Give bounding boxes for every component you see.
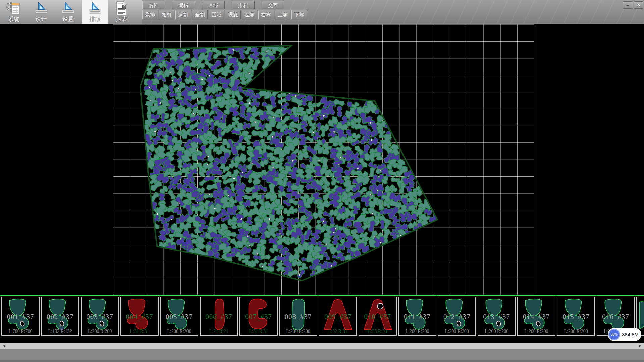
tool-region[interactable]: 区域	[209, 10, 224, 19]
part-thumbnail-11[interactable]: 011_#37L:200 R:200	[398, 297, 436, 336]
part-lr-count-label: L:700 R:700	[2, 329, 39, 334]
part-thumbnail-5[interactable]: 005_#37L:200 R:200	[160, 297, 198, 336]
part-id-label: 002_#37	[42, 313, 78, 321]
part-lr-count-label: L:200 R:200	[161, 329, 198, 334]
part-id-label: 016_#37	[597, 313, 634, 321]
part-id-label: 009_#37	[319, 313, 356, 321]
progress-circle: 38%	[608, 329, 620, 340]
nav-item-system[interactable]: 系统	[0, 0, 28, 24]
part-id-label: 011_#37	[399, 313, 436, 321]
settings-icon	[60, 1, 76, 17]
part-id-label: 003_#37	[82, 313, 118, 321]
nav-item-label: 设置	[55, 15, 82, 23]
horizontal-scrollbar[interactable]: < >	[0, 343, 644, 349]
nav-item-label: 报表	[108, 15, 135, 23]
tab-region[interactable]: 区域	[202, 1, 225, 9]
nav-item-label: 排版	[82, 15, 108, 23]
part-id-label: 013_#37	[478, 313, 515, 321]
tab-properties[interactable]: 属性	[142, 1, 165, 9]
tool-defect[interactable]: 瑕疵	[225, 10, 241, 19]
memory-usage-badge[interactable]: 38% 384.8M	[608, 328, 641, 341]
part-thumbnail-14[interactable]: 014_#37L:200 R:200	[517, 297, 555, 336]
part-thumbnail-1[interactable]: 001_#37L:700 R:700	[1, 297, 40, 336]
part-lr-count-label: L:200 R:200	[478, 329, 515, 334]
part-thumbnail-7[interactable]: 007_#37L:31 R:31	[239, 297, 278, 336]
tool-cut-all[interactable]: 全割	[192, 10, 208, 19]
close-button[interactable]: ×	[634, 1, 643, 9]
tool-align-left[interactable]: 左靠	[241, 10, 257, 19]
nesting-icon	[87, 1, 103, 17]
part-thumbnail-3[interactable]: 003_#37L:200 R:200	[81, 297, 119, 336]
report-icon	[114, 1, 129, 17]
part-thumbnail-9[interactable]: 009_#37L:32 R:31	[319, 297, 357, 336]
part-lr-count-label: L:200 R:200	[557, 329, 594, 334]
part-thumbnail-4[interactable]: 004_#37L:31 R:31	[120, 297, 159, 336]
tool-cluster-nest[interactable]: 聚排	[142, 10, 158, 19]
part-lr-count-label: L:132 R:132	[42, 329, 78, 334]
nav-item-label: 设计	[28, 15, 55, 23]
parts-thumbnail-strip: 001_#37L:700 R:700002_#37L:132 R:132003_…	[0, 295, 644, 343]
tool-align-right[interactable]: 右靠	[258, 10, 274, 19]
part-lr-count-label: L:21 R:21	[201, 329, 237, 334]
part-id-label: 006_#37	[201, 313, 237, 321]
nesting-canvas[interactable]	[0, 24, 644, 295]
nav-item-label: 系统	[0, 15, 28, 23]
tool-align-bottom[interactable]: 下靠	[291, 10, 307, 19]
part-id-label: 004_#37	[121, 313, 158, 321]
part-thumbnail-6[interactable]: 006_#37L:21 R:21	[200, 297, 238, 336]
design-icon	[34, 1, 49, 17]
part-id-label: 010_#37	[359, 313, 396, 321]
part-lr-count-label: L:32 R:31	[319, 329, 356, 334]
part-id-label: 007_#37	[240, 313, 277, 321]
scroll-left-arrow-icon[interactable]: <	[1, 343, 8, 349]
system-icon	[6, 1, 21, 17]
part-thumbnail-10[interactable]: 010_#37L:33 R:33	[359, 297, 397, 336]
part-thumbnail-15[interactable]: 015_#37L:200 R:200	[557, 297, 595, 336]
part-id-label: 014_#37	[518, 313, 555, 321]
part-id-label: 012_#37	[438, 313, 475, 321]
nav-item-report[interactable]: 报表	[108, 0, 135, 24]
nav-item-settings[interactable]: 设置	[55, 0, 82, 24]
nav-item-design[interactable]: 设计	[28, 0, 55, 24]
part-lr-count-label: L:200 R:200	[280, 329, 317, 334]
part-id-label: 005_#37	[161, 313, 198, 321]
part-lr-count-label: L:200 R:200	[438, 329, 475, 334]
part-id-label: 001_#37	[2, 313, 39, 321]
main-nav-panel: 系统设计设置排版报表	[0, 0, 142, 24]
part-lr-count-label: L:200 R:200	[82, 329, 118, 334]
nav-item-nesting[interactable]: 排版	[82, 0, 108, 24]
tab-nesting[interactable]: 排料	[232, 1, 255, 9]
tab-interaction[interactable]: 交互	[262, 1, 284, 9]
part-thumbnail-12[interactable]: 012_#37L:200 R:200	[438, 297, 476, 336]
scroll-right-arrow-icon[interactable]: >	[636, 343, 643, 349]
part-id-label: 008_#37	[280, 313, 317, 321]
part-id-label: 015_#37	[557, 313, 594, 321]
part-thumbnail-2[interactable]: 002_#37L:132 R:132	[41, 297, 79, 336]
part-lr-count-label: L:33 R:33	[359, 329, 396, 334]
tab-edit[interactable]: 编辑	[172, 1, 195, 9]
part-lr-count-label: L:200 R:200	[518, 329, 555, 334]
memory-value: 384.8M	[622, 328, 639, 341]
part-lr-count-label: L:31 R:31	[240, 329, 277, 334]
part-thumbnail-13[interactable]: 013_#37L:200 R:200	[478, 297, 516, 336]
tool-camera[interactable]: 相机	[159, 10, 174, 19]
part-lr-count-label: L:31 R:31	[121, 329, 158, 334]
tool-align-top[interactable]: 上靠	[275, 10, 290, 19]
part-lr-count-label: L:200 R:200	[399, 329, 436, 334]
tool-select-cut[interactable]: 选割	[175, 10, 191, 19]
minimize-button[interactable]: −	[623, 1, 633, 9]
status-bar	[0, 349, 644, 362]
part-thumbnail-8[interactable]: 008_#37L:200 R:200	[279, 297, 317, 336]
